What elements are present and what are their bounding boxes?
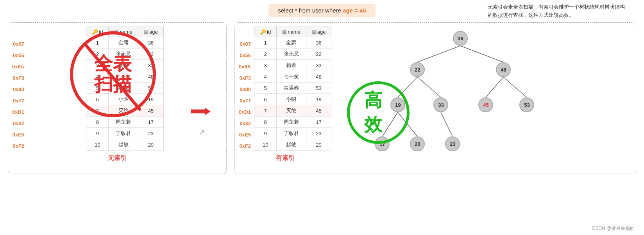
tree-node-20: 20 (410, 136, 425, 151)
right-table-row: 1金庸36 (254, 37, 331, 48)
right-table-wrapper: 0x070x560x6A0xF30x900x770xD10x320xE50xF2… (239, 27, 331, 152)
key-icon2: 🔑 (260, 29, 266, 35)
right-col-age: ▦age (306, 27, 331, 37)
col-icon2: ▦ (144, 29, 148, 35)
tree-node-33: 33 (433, 97, 448, 112)
right-addr-cell: 0x32 (239, 118, 254, 129)
left-table-row: 1金庸36 (86, 37, 163, 48)
panel-right: 0x070x560x6A0xF30x900x770xD10x320xE50xF2… (234, 22, 636, 174)
right-col-id: 🔑id (254, 27, 277, 37)
left-col-name: ▦name (109, 27, 138, 37)
key-icon: 🔑 (92, 29, 98, 35)
left-table-row: 2张无忌22 (86, 48, 163, 60)
main-content: 0x070x560x6A0xF30x900x770xD10x320xE50xF2… (0, 19, 644, 174)
left-col-age: ▦age (138, 27, 164, 37)
left-addr-cell: 0x56 (12, 50, 27, 61)
left-addr-cell: 0x6A (12, 61, 27, 72)
tree-node-19: 19 (390, 97, 405, 112)
right-panel-label: 有索引 (239, 154, 331, 162)
query-prefix: select * from user where (278, 7, 343, 14)
cursor-icon: ↗ (199, 128, 205, 136)
right-addr-col: 0x070x560x6A0xF30x900x770xD10x320xE50xF2 (239, 27, 254, 152)
right-addr-cell: 0xD1 (239, 106, 254, 118)
right-addr-cell: 0xE5 (239, 129, 254, 140)
left-addr-cell: 0x07 (12, 38, 27, 50)
tree-node-53: 53 (519, 97, 534, 112)
right-table-row: 7灭绝45 (254, 105, 331, 117)
left-table-row: 4韦一笑48 (86, 71, 163, 83)
tree-node-22: 22 (410, 62, 425, 77)
left-table-row: 9丁敏君23 (86, 128, 163, 139)
query-bar: select * from user where age = 45 (0, 0, 644, 19)
left-table-row: 5常遇春53 (86, 83, 163, 94)
panel-left-inner: 0x070x560x6A0xF30x900x770xD10x320xE50xF2… (12, 27, 222, 152)
watermark: CSDN @做最幸福的 (592, 225, 635, 232)
red-arrow (191, 107, 211, 117)
tree-node-48: 48 (496, 62, 511, 77)
col-icon4: ▦ (312, 29, 317, 35)
right-table-row: 5常遇春53 (254, 83, 331, 94)
panel-left: 0x070x560x6A0xF30x900x770xD10x320xE50xF2… (8, 22, 227, 174)
right-addr-cell: 0x56 (239, 50, 254, 61)
col-icon: ▦ (114, 29, 119, 35)
left-addr-cell: 0xE5 (12, 129, 27, 140)
right-table-row: 10赵敏20 (254, 139, 331, 151)
col-icon3: ▦ (282, 29, 287, 35)
right-addr-cell: 0x6A (239, 61, 254, 72)
tree-node-36: 36 (453, 31, 468, 46)
tree-area: 高效 36224819334553172023 (335, 27, 632, 167)
right-table: 🔑id ▦name ▦age 1金庸362张无忌223杨逍334韦一笑485常遇… (254, 27, 331, 151)
right-addr-cell: 0x07 (239, 38, 254, 50)
left-addr-cell: 0x32 (12, 118, 27, 129)
left-addr-cell: 0x77 (12, 95, 27, 106)
left-table-row: 10赵敏20 (86, 139, 163, 151)
left-addr-cell: 0xD1 (12, 106, 27, 118)
left-table-row: 7灭绝45 (86, 105, 163, 117)
svg-marker-0 (191, 108, 211, 115)
query-box: select * from user where age = 45 (268, 4, 376, 17)
tree-nodes: 36224819334553172023 (335, 27, 632, 167)
left-table-row: 3杨逍33 (86, 60, 163, 71)
left-table-row: 8周芷若17 (86, 117, 163, 128)
query-highlight: age = 45 (343, 7, 366, 14)
left-addr-cell: 0x90 (12, 84, 27, 95)
tree-node-45: 45 (478, 97, 493, 112)
right-addr-cell: 0x90 (239, 84, 254, 95)
right-table-row: 9丁敏君23 (254, 128, 331, 139)
right-table-row: 8周芷若17 (254, 117, 331, 128)
left-panel-label: 无索引 (12, 154, 222, 162)
right-panel-table-wrapper: 0x070x560x6A0xF30x900x770xD10x320xE50xF2… (239, 27, 331, 167)
right-col-name: ▦name (277, 27, 306, 37)
right-table-row: 6小昭19 (254, 94, 331, 105)
left-table-wrapper: 0x070x560x6A0xF30x900x770xD10x320xE50xF2… (12, 27, 222, 152)
right-table-row: 4韦一笑48 (254, 71, 331, 83)
right-table-row: 2张无忌22 (254, 48, 331, 60)
left-addr-col: 0x070x560x6A0xF30x900x770xD10x320xE50xF2 (12, 27, 27, 152)
left-table: 🔑id ▦name ▦age 1金庸362张无忌223杨逍334韦一笑485常遇… (86, 27, 163, 151)
right-addr-cell: 0xF2 (239, 140, 254, 152)
right-addr-cell: 0x77 (239, 95, 254, 106)
left-addr-cell: 0xF3 (12, 72, 27, 84)
left-table-row: 6小昭19 (86, 94, 163, 105)
right-table-row: 3杨逍33 (254, 60, 331, 71)
left-col-id: 🔑id (86, 27, 109, 37)
right-addr-cell: 0xF3 (239, 72, 254, 84)
tree-node-23: 23 (445, 136, 460, 151)
tree-node-17: 17 (375, 136, 390, 151)
left-addr-cell: 0xF2 (12, 140, 27, 152)
